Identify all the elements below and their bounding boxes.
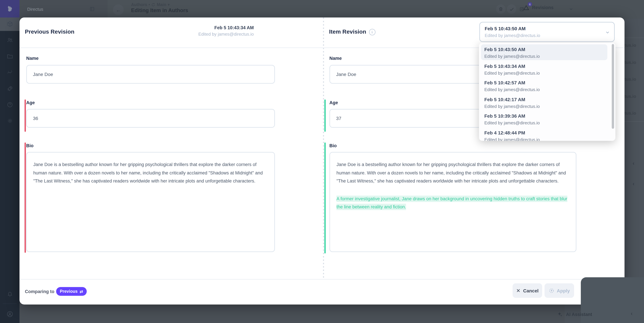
revision-option-selected[interactable]: Feb 5 10:43:50 AM Edited by james@direct… xyxy=(481,44,607,60)
revision-option[interactable]: Feb 4 12:48:44 PM Edited by james@direct… xyxy=(481,128,607,141)
breadcrumb[interactable]: Authors • Main ▾ xyxy=(131,2,170,7)
item-revision-title-text: Item Revision xyxy=(329,28,366,35)
module-users[interactable] xyxy=(0,34,20,46)
directus-logo[interactable] xyxy=(0,0,20,18)
bio-textarea-right[interactable]: Jane Doe is a bestselling author known f… xyxy=(330,152,576,252)
dropdown-scrollbar[interactable] xyxy=(612,44,614,129)
ai-assistant-chevron-icon[interactable]: ‹ xyxy=(631,310,632,317)
sidebar-text-fragment: tus.io xyxy=(624,110,636,116)
revisions-count-badge: 6 xyxy=(528,2,532,6)
rocket-icon xyxy=(6,85,13,92)
name-input-left[interactable]: Jane Doe xyxy=(26,65,275,84)
trash-icon xyxy=(498,7,503,12)
breadcrumb-collection[interactable]: Authors xyxy=(131,2,147,7)
revisions-label: Revisions xyxy=(532,5,554,10)
revision-select-value: Feb 5 10:43:50 AM xyxy=(485,25,610,32)
previous-revision-edited-by: Edited by james@directus.io xyxy=(154,31,254,37)
notifications-button[interactable] xyxy=(0,288,20,300)
apply-button[interactable]: Apply xyxy=(544,283,574,298)
version-icon xyxy=(152,2,156,6)
bell-icon xyxy=(6,291,13,297)
breadcrumb-version[interactable]: Main xyxy=(157,2,166,7)
module-files[interactable] xyxy=(0,50,20,62)
sidebar-text-fragment: tus.io xyxy=(624,94,636,99)
revision-option-time: Feb 5 10:42:17 AM xyxy=(484,96,604,103)
info-icon[interactable]: i xyxy=(369,29,375,35)
revisions-delta-icon: 6 xyxy=(523,4,530,11)
sidebar-text-fragment: tus.io xyxy=(624,77,636,82)
revision-option[interactable]: Feb 5 10:39:36 AM Edited by james@direct… xyxy=(481,111,607,127)
name-label-right: Name xyxy=(330,56,342,61)
ai-assistant-bar[interactable]: AI Assistant ‹ xyxy=(557,309,640,319)
module-bar xyxy=(0,0,20,323)
module-settings[interactable] xyxy=(0,115,20,126)
folder-icon xyxy=(6,53,13,59)
bio-text-left: Jane Doe is a bestselling author known f… xyxy=(33,161,268,185)
content-box-icon xyxy=(6,21,13,27)
revision-dropdown: Feb 5 10:43:50 AM Edited by james@direct… xyxy=(479,43,616,141)
module-guides[interactable] xyxy=(0,83,20,94)
revision-option-edited: Edited by james@directus.io xyxy=(484,70,604,76)
users-icon xyxy=(6,37,13,43)
breadcrumb-separator: • xyxy=(148,2,150,7)
revision-option-time: Feb 5 10:43:34 AM xyxy=(484,62,604,70)
changed-bar-age-left xyxy=(24,100,26,132)
bio-text-right: Jane Doe is a bestselling author known f… xyxy=(336,161,570,185)
previous-revision-timestamp: Feb 5 10:43:34 AM xyxy=(154,24,254,31)
changed-bar-bio-right xyxy=(324,142,326,254)
name-label-left: Name xyxy=(26,56,39,61)
revision-option-edited: Edited by james@directus.io xyxy=(484,53,604,60)
apply-label: Apply xyxy=(557,288,570,293)
bio-textarea-left[interactable]: Jane Doe is a bestselling author known f… xyxy=(26,152,275,252)
sidebar-section-chevron-icon[interactable]: ‹ xyxy=(632,160,634,167)
age-label-left: Age xyxy=(26,100,35,105)
cancel-label: Cancel xyxy=(523,288,539,293)
user-avatar[interactable] xyxy=(0,308,20,320)
module-bar-divider xyxy=(3,304,17,304)
revision-option-edited: Edited by james@directus.io xyxy=(484,120,604,126)
bio-label-right: Bio xyxy=(330,143,337,148)
panel-divider-dashed xyxy=(323,18,324,279)
revisions-expand-icon[interactable] xyxy=(569,7,574,12)
module-help[interactable] xyxy=(0,99,20,110)
bio-label-left: Bio xyxy=(26,143,34,148)
help-icon xyxy=(6,101,13,108)
revision-select[interactable]: Feb 5 10:43:50 AM Edited by james@direct… xyxy=(479,22,615,42)
collapse-sidebar-icon[interactable] xyxy=(90,6,95,12)
revision-option-edited: Edited by james@directus.io xyxy=(484,103,604,110)
revision-option-time: Feb 4 12:48:44 PM xyxy=(484,129,604,136)
revision-option-edited: Edited by james@directus.io xyxy=(484,136,604,141)
compare-target-label: Previous xyxy=(60,289,78,294)
swap-arrows-icon: ⇄ xyxy=(80,289,83,294)
revision-option-time: Feb 5 10:39:36 AM xyxy=(484,112,604,120)
screen: Directus ← Authors • Main ▾ Editing Item… xyxy=(0,0,644,323)
compare-target-button[interactable]: Previous ⇄ xyxy=(56,287,87,296)
revisions-sidebar-header[interactable]: 6 Revisions xyxy=(523,4,554,11)
name-value-right: Jane Doe xyxy=(336,72,356,77)
item-revision-title: Item Revision i xyxy=(329,28,375,35)
revision-option[interactable]: Feb 5 10:42:57 AM Edited by james@direct… xyxy=(481,78,607,94)
cancel-button[interactable]: ✕ Cancel xyxy=(512,283,542,298)
revision-option-edited: Edited by james@directus.io xyxy=(484,86,604,93)
apply-restore-icon xyxy=(549,288,554,293)
chevron-down-icon xyxy=(605,30,610,35)
back-button[interactable]: ← xyxy=(113,4,124,15)
revision-select-subtitle: Edited by james@directus.io xyxy=(485,32,610,39)
revision-option-time: Feb 5 10:42:57 AM xyxy=(484,79,604,86)
name-value-left: Jane Doe xyxy=(33,72,53,77)
revision-option[interactable]: Feb 5 10:43:34 AM Edited by james@direct… xyxy=(481,61,607,77)
project-name: Directus xyxy=(27,7,43,12)
delete-item-button[interactable] xyxy=(496,4,506,14)
module-content[interactable] xyxy=(0,18,20,30)
age-input-left[interactable]: 36 xyxy=(26,109,275,128)
sparkle-icon xyxy=(557,312,563,317)
revision-option[interactable]: Feb 5 10:42:17 AM Edited by james@direct… xyxy=(481,94,607,110)
insights-icon xyxy=(6,69,13,76)
save-item-button[interactable] xyxy=(507,4,516,14)
previous-revision-meta: Feb 5 10:43:34 AM Edited by james@direct… xyxy=(154,24,254,37)
module-insights[interactable] xyxy=(0,66,20,78)
age-value-right: 37 xyxy=(336,116,341,121)
revision-option-time: Feb 5 10:43:50 AM xyxy=(484,46,604,53)
changed-bar-bio-left xyxy=(24,142,26,253)
sidebar-section-chevron-icon[interactable]: ‹ xyxy=(632,180,634,187)
